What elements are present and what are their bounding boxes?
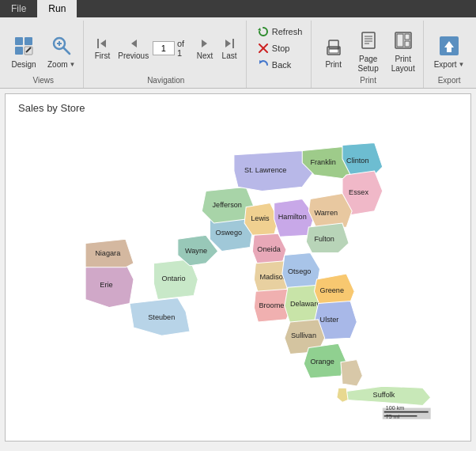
fulton-label: Fulton [314,235,334,243]
svg-rect-31 [405,41,410,47]
back-label: Back [272,60,291,70]
views-group-label: Views [32,76,54,86]
zoom-label-row: Zoom ▼ [47,60,75,69]
otsego-label: Otsego [288,267,311,275]
svg-rect-21 [329,49,338,53]
zoom-dropdown-arrow: ▼ [70,61,76,68]
next-label: Next [197,51,213,60]
erie-label: Erie [100,281,112,289]
jefferson-label: Jefferson [213,201,242,209]
svg-marker-15 [258,28,261,31]
tab-run[interactable]: Run [37,0,77,17]
previous-button[interactable]: Previous [115,28,151,68]
navigation-group-label: Navigation [147,76,184,86]
print-layout-button[interactable]: PrintLayout [387,25,420,76]
steuben-label: Steuben [148,313,175,321]
rockland-county [341,360,362,387]
ny-map-svg: Erie Niagara Steuben Ontario Wayne Osweg… [29,118,447,433]
essex-label: Essex [349,188,368,196]
map-container: Erie Niagara Steuben Ontario Wayne Osweg… [29,118,447,433]
ribbon-group-export: Export ▼ Export [425,21,473,88]
ribbon-group-views: Design Zoom ▼ Views [3,21,84,88]
ulster-label: Ulster [320,316,339,324]
zoom-label: Zoom [47,60,68,69]
design-icon [11,33,36,59]
suffolk-label: Suffolk [373,391,395,399]
svg-rect-0 [15,37,23,45]
page-setup-icon [356,28,381,53]
print-group-label: Print [360,76,376,86]
export-label-row: Export ▼ [434,60,465,69]
stlawrence-label: St. Lawrence [244,166,286,174]
clinton-label: Clinton [346,157,368,165]
nassau-county [337,388,348,402]
export-group-label: Export [438,76,461,86]
franklin-label: Franklin [310,158,335,166]
svg-rect-23 [362,32,375,48]
main-content: Sales by Store Erie Niagara Steuben Onta… [5,93,471,442]
first-button[interactable]: First [90,28,114,68]
design-label: Design [11,60,36,69]
print-button[interactable]: Print [317,25,350,76]
last-icon [223,37,236,50]
back-button[interactable]: Back [253,57,307,73]
previous-label: Previous [118,51,149,60]
next-button[interactable]: Next [193,28,217,68]
svg-marker-12 [202,40,207,47]
orange-label: Orange [310,358,334,366]
wayne-label: Wayne [185,247,207,255]
last-label: Last [222,51,237,60]
lewis-label: Lewis [251,214,270,222]
greene-label: Greene [320,286,344,294]
first-label: First [95,51,110,60]
svg-point-22 [337,47,339,49]
export-icon [436,33,462,59]
broome-label: Broome [259,301,284,309]
svg-marker-11 [131,40,137,47]
print-label: Print [325,60,342,69]
page-setup-button[interactable]: PageSetup [352,25,385,76]
ribbon-group-actions: Refresh Stop Back [248,21,312,88]
back-icon [257,59,270,71]
svg-rect-2 [15,47,23,55]
tab-file[interactable]: File [0,0,37,17]
zoom-button[interactable]: Zoom ▼ [43,25,79,76]
sullivan-label: Sullivan [291,332,316,339]
export-dropdown-arrow: ▼ [459,61,465,68]
export-button[interactable]: Export ▼ [430,25,469,76]
svg-rect-1 [25,37,32,45]
design-button[interactable]: Design [7,25,40,76]
stop-button[interactable]: Stop [253,40,307,56]
stop-icon [257,42,270,55]
refresh-button[interactable]: Refresh [253,24,307,40]
next-icon [198,37,211,50]
page-input[interactable] [153,41,175,55]
scale-km-label: 100 km [386,405,404,411]
first-icon [96,37,108,50]
previous-icon [127,37,140,50]
print-layout-label: PrintLayout [391,55,415,74]
svg-marker-14 [225,40,231,47]
ontario-label: Ontario [162,275,186,282]
oswego-label: Oswego [216,229,242,237]
report-title: Sales by Store [18,102,85,114]
refresh-icon [257,25,270,38]
of-label: of 1 [177,39,191,58]
nav-inner: First Previous of 1 [90,22,241,76]
warren-label: Warren [314,209,338,217]
page-setup-label: PageSetup [358,55,379,74]
delaware-label: Delaware [290,300,321,308]
svg-rect-29 [397,34,403,47]
zoom-icon [49,33,74,59]
last-button[interactable]: Last [217,28,241,68]
scale-mi-label: 75 mi [386,414,400,420]
refresh-label: Refresh [272,27,303,36]
ribbon-group-navigation: First Previous of 1 [85,21,247,88]
export-label: Export [434,60,457,69]
action-col: Refresh Stop Back [253,22,307,73]
svg-line-6 [63,47,70,54]
oneida-label: Oneida [257,245,281,253]
ribbon: Design Zoom ▼ Views [0,17,476,89]
hamilton-label: Hamilton [278,213,307,221]
stop-label: Stop [272,44,290,53]
